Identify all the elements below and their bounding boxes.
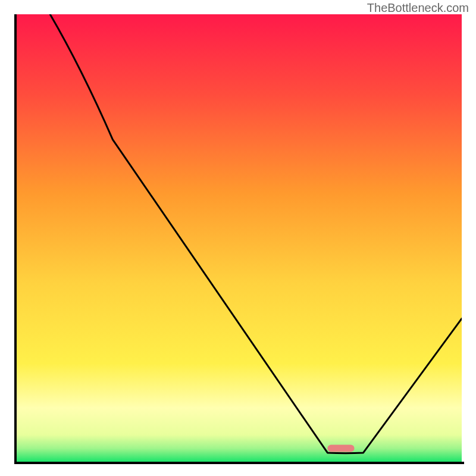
axes-frame: [14, 14, 464, 464]
watermark-text: TheBottleneck.com: [367, 1, 469, 15]
